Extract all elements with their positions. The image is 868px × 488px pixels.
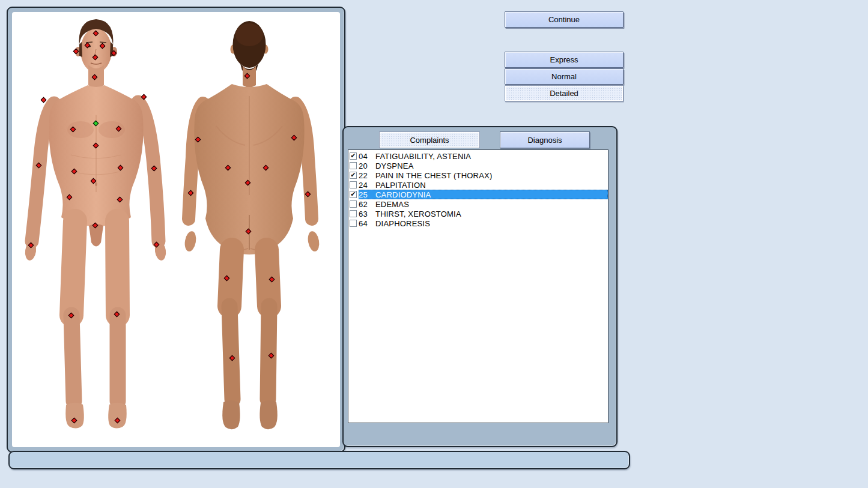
status-bar bbox=[8, 451, 630, 469]
checkbox-unchecked-icon[interactable] bbox=[350, 220, 357, 227]
checkbox-unchecked-icon[interactable] bbox=[350, 210, 357, 217]
back-figure bbox=[183, 21, 321, 429]
complaint-row[interactable]: 62EDEMAS bbox=[348, 199, 608, 209]
express-mode-button[interactable]: Express bbox=[505, 52, 624, 68]
complaint-label: PALPITATION bbox=[375, 181, 426, 190]
tab-diagnosis[interactable]: Diagnosis bbox=[500, 131, 590, 148]
continue-button[interactable]: Continue bbox=[505, 11, 624, 28]
complaint-row[interactable]: ✔25CARDIODYNIA bbox=[348, 190, 608, 199]
complaint-row[interactable]: 24PALPITATION bbox=[348, 180, 608, 190]
complaint-code: 04 bbox=[359, 152, 372, 161]
tab-complaints[interactable]: Complaints bbox=[379, 131, 480, 148]
normal-mode-button[interactable]: Normal bbox=[505, 68, 624, 85]
complaint-row-text[interactable]: 62EDEMAS bbox=[359, 199, 608, 209]
body-front-back-illustration bbox=[12, 12, 332, 439]
body-map-panel bbox=[7, 7, 345, 453]
complaint-code: 20 bbox=[359, 161, 372, 170]
checkbox-unchecked-icon[interactable] bbox=[350, 200, 357, 208]
complaint-row-text[interactable]: 04FATIGUABILITY, ASTENIA bbox=[359, 151, 608, 161]
complaint-row-text[interactable]: 64DIAPHORESIS bbox=[359, 218, 608, 228]
complaint-code: 62 bbox=[359, 200, 372, 209]
complaint-code: 24 bbox=[359, 181, 372, 190]
complaint-row[interactable]: ✔22PAIN IN THE CHEST (THORAX) bbox=[348, 170, 608, 180]
complaint-code: 25 bbox=[359, 190, 372, 199]
app-window: Continue Express Normal Detailed Complai… bbox=[0, 0, 868, 488]
complaint-row[interactable]: 64DIAPHORESIS bbox=[348, 218, 608, 228]
complaint-label: PAIN IN THE CHEST (THORAX) bbox=[375, 171, 492, 180]
complaint-code: 63 bbox=[359, 209, 372, 218]
complaints-panel: Complaints Diagnosis ✔04FATIGUABILITY, A… bbox=[342, 126, 618, 447]
complaint-label: DIAPHORESIS bbox=[375, 219, 430, 228]
detailed-mode-button[interactable]: Detailed bbox=[505, 85, 624, 101]
complaint-label: CARDIODYNIA bbox=[375, 190, 431, 199]
complaint-row-text[interactable]: 20DYSPNEA bbox=[359, 161, 608, 170]
complaint-row-text[interactable]: 63THIRST, XEROSTOMIA bbox=[359, 209, 608, 218]
checkbox-unchecked-icon[interactable] bbox=[350, 181, 357, 188]
complaint-label: EDEMAS bbox=[375, 200, 409, 209]
checkbox-checked-icon[interactable]: ✔ bbox=[350, 191, 357, 198]
checkbox-unchecked-icon[interactable] bbox=[350, 162, 357, 169]
complaint-row-text[interactable]: 25CARDIODYNIA bbox=[359, 190, 608, 199]
complaint-row[interactable]: ✔04FATIGUABILITY, ASTENIA bbox=[348, 151, 608, 161]
complaints-list[interactable]: ✔04FATIGUABILITY, ASTENIA20DYSPNEA✔22PAI… bbox=[348, 149, 609, 423]
complaint-row[interactable]: 20DYSPNEA bbox=[348, 161, 608, 170]
complaint-row-text[interactable]: 24PALPITATION bbox=[359, 180, 608, 190]
complaint-label: FATIGUABILITY, ASTENIA bbox=[375, 152, 471, 161]
checkbox-checked-icon[interactable]: ✔ bbox=[350, 172, 357, 179]
complaint-label: THIRST, XEROSTOMIA bbox=[375, 209, 461, 218]
complaint-code: 22 bbox=[359, 171, 372, 180]
body-map-canvas bbox=[12, 12, 340, 447]
complaint-row-text[interactable]: 22PAIN IN THE CHEST (THORAX) bbox=[359, 170, 608, 180]
checkbox-checked-icon[interactable]: ✔ bbox=[350, 152, 357, 160]
complaint-row[interactable]: 63THIRST, XEROSTOMIA bbox=[348, 209, 608, 218]
complaint-code: 64 bbox=[359, 219, 372, 228]
complaint-label: DYSPNEA bbox=[375, 161, 414, 170]
